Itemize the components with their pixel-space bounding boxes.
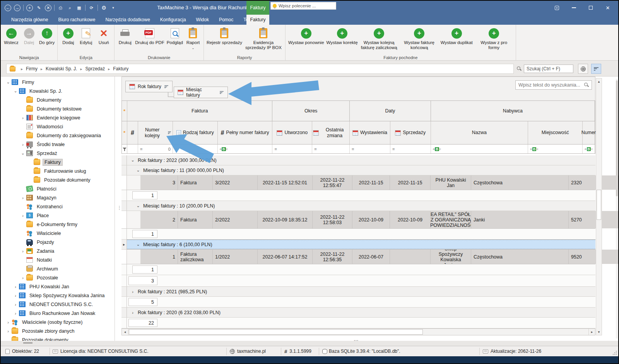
tree-item-magazyn[interactable]: ›Magazyn	[1, 193, 115, 202]
chevron-collapsed-icon[interactable]: ›	[12, 311, 19, 316]
column-header-numer-kolejny[interactable]: Numer kolejny	[138, 121, 173, 144]
breadcrumb-item-3[interactable]: Sprzedaż	[85, 66, 105, 71]
column-header-ostatnia-zmiana[interactable]: Ostatnia zmiana	[312, 121, 350, 144]
preview-icon[interactable]: ⌕	[67, 5, 73, 11]
back-icon[interactable]: ←	[5, 5, 11, 11]
column-header-nazwa[interactable]: Nazwa	[431, 121, 528, 144]
filter-cell-5[interactable]: =	[312, 145, 350, 153]
edit-icon[interactable]: ✎	[36, 5, 42, 11]
breadcrumb-item-4[interactable]: Faktury	[113, 66, 128, 71]
ribbon-button-ewidencja-sprzedaży-ip-box[interactable]: Ewidencja sprzedaży IP BOX	[243, 27, 284, 50]
ribbon-button-rejestr-sprzedaży[interactable]: Rejestr sprzedaży	[205, 27, 243, 45]
tree-item-phu-kowalski-jan[interactable]: ›PHU Kowalski Jan	[1, 282, 115, 291]
group-row-2021[interactable]: ›Rok faktury : 2021 (985,25 PLN)	[121, 287, 595, 297]
group-row-10[interactable]: ⌄Miesiąc faktury : 10 (200,00 PLN)	[121, 201, 595, 211]
chevron-collapsed-icon[interactable]: ›	[12, 293, 19, 298]
filter-cell-2[interactable]: =	[173, 145, 218, 153]
chevron-collapsed-icon[interactable]: ›	[5, 320, 12, 325]
chevron-expanded-icon[interactable]: ⌄	[135, 203, 141, 208]
cell-utworzono[interactable]: 2022-11-22 12:58:03	[313, 211, 352, 228]
splitter-handle[interactable]: ⋮	[117, 207, 120, 209]
group-row-2020[interactable]: ›Rok faktury : 2020 (6 232 038,00 PLN)	[121, 308, 595, 318]
cell-rodzaj-faktury[interactable]: 2/2022	[213, 211, 258, 228]
cell-sprzedaży[interactable]: "IKEA RETAIL" SPÓŁKA Z OGRANICZONĄ ODPOW…	[431, 211, 471, 228]
cell-rodzaj-faktury[interactable]: 1/2022	[213, 250, 258, 264]
ribbon-button-wystaw-ponownie[interactable]: +Wystaw ponownie	[287, 27, 325, 45]
cell-#[interactable]: 2	[141, 211, 178, 228]
filter-cell-4[interactable]: =	[272, 145, 312, 153]
tree-item-biuro-rachunkowe-jan-nowak[interactable]: ›Biuro Rachunkowe Jan Nowak	[1, 309, 115, 318]
cell-miejscowość[interactable]: 9520	[569, 250, 619, 264]
menu-tab-4[interactable]: Konfiguracja	[155, 15, 191, 25]
column-header-sprzedaży[interactable]: Sprzedaży	[390, 121, 431, 144]
chevron-collapsed-icon[interactable]: ›	[19, 213, 26, 218]
ribbon-button-drukuj-do-pdf[interactable]: Drukuj do PDF	[134, 27, 165, 45]
cell-ostatnia-zmiana[interactable]: 2022-11-15	[352, 175, 390, 190]
chevron-expanded-icon[interactable]: ⌄	[135, 168, 141, 173]
menu-tab-1[interactable]: Narzędzia główne	[6, 15, 53, 25]
cell-nazwa[interactable]: Częstochowa	[471, 175, 569, 190]
ribbon-button-wstecz[interactable]: ←Wstecz	[2, 27, 20, 45]
menu-tab-6[interactable]: Pomoc	[214, 15, 238, 25]
scroll-down-icon[interactable]: ▼	[596, 329, 602, 335]
tree-item-ewidencje-księgowe[interactable]: ›Ewidencje księgowe	[1, 113, 115, 122]
band-faktura[interactable]: Faktura	[127, 101, 272, 121]
command-input[interactable]: Wpisz polecenie ...	[270, 2, 336, 10]
chevron-collapsed-icon[interactable]: ›	[19, 276, 26, 280]
scroll-up-icon[interactable]: ▲	[596, 78, 602, 85]
filter-cell-8[interactable]: aBc	[431, 145, 528, 153]
cell-pełny-numer-faktury[interactable]: 2022-06-07 14:17:52	[258, 250, 313, 264]
tree-item-pozostałe[interactable]: ›Pozostałe	[1, 273, 115, 282]
column-header-#[interactable]: #	[127, 121, 138, 144]
tree-item-właściciele-(osoby-fizyczne)[interactable]: ›Właściciele (osoby fizyczne)	[1, 318, 115, 327]
tree-item-firmy[interactable]: ⌄Firmy	[1, 78, 115, 87]
group-row-11[interactable]: ⌄Miesiąc faktury : 11 (300 000,00 PLN)	[121, 165, 595, 175]
hscroll-thumb[interactable]	[129, 329, 423, 335]
tree-item-neonet-consulting-s-c-[interactable]: ›NEONET CONSULTING S.C.	[1, 300, 115, 309]
cell-pełny-numer-faktury[interactable]: 2022-11-15 12:52:01	[258, 175, 313, 190]
data-row[interactable]: 2Faktura2/20222022-10-09 18:35:122022-11…	[121, 211, 595, 229]
ribbon-button-drukuj[interactable]: Drukuj	[116, 27, 134, 45]
chevron-collapsed-icon[interactable]: ›	[130, 289, 135, 294]
column-header-numer[interactable]: Numer	[583, 121, 595, 144]
column-header-rodzaj-faktury[interactable]: Rodzaj faktury	[173, 121, 218, 144]
ribbon-button-wystaw-fakturę-końcową[interactable]: +Wystaw fakturę końcową	[399, 27, 439, 50]
column-header-wystawienia[interactable]: Wystawienia	[350, 121, 390, 144]
grid-view-button[interactable]	[578, 64, 588, 74]
tree-item-sprzedaż[interactable]: ⌄Sprzedaż	[1, 149, 115, 158]
band-okres[interactable]: Okres	[272, 101, 350, 121]
settings-icon[interactable]: ⚙	[101, 5, 107, 11]
filter-cell-9[interactable]: aBc	[528, 145, 583, 153]
data-row[interactable]: 3Faktura3/20222022-11-15 12:52:012022-11…	[121, 175, 595, 190]
tree-item-fakturowanie-usług[interactable]: Fakturowanie usług	[1, 167, 115, 175]
chevron-expanded-icon[interactable]: ⌄	[5, 80, 12, 85]
resize-grip[interactable]	[612, 350, 617, 355]
column-header-utworzono[interactable]: Utworzono	[272, 121, 312, 144]
grid-search-input[interactable]: Wpisz tekst do wyszukania...	[515, 80, 592, 90]
menu-tab-3[interactable]: Narzędzia dodatkowe	[100, 15, 155, 25]
chevron-collapsed-icon[interactable]: ›	[12, 302, 19, 307]
tree-item-notatki[interactable]: Notatki	[1, 255, 115, 264]
chevron-expanded-icon[interactable]: ⌄	[135, 242, 141, 247]
tree-item-e-dokumenty-firmy[interactable]: e-Dokumenty firmy	[1, 220, 115, 229]
column-header-pełny-numer-faktury[interactable]: #Pełny numer faktury	[218, 121, 273, 144]
cell-nazwa[interactable]: Częstochowa	[471, 250, 569, 264]
filter-cell-7[interactable]: =	[390, 145, 431, 153]
scroll-right-icon[interactable]: ▸	[588, 329, 595, 335]
band-nabywca[interactable]: Nabywca	[431, 101, 595, 121]
cell-miejscowość[interactable]: 2320	[569, 175, 619, 190]
horizontal-scrollbar[interactable]: ◂ ▸	[121, 328, 595, 335]
chevron-collapsed-icon[interactable]: ›	[19, 249, 26, 253]
header-document-tab[interactable]: Faktury	[246, 1, 269, 15]
ribbon-button-dodaj[interactable]: +Dodaj	[59, 27, 77, 45]
cell-ostatnia-zmiana[interactable]: 2022-10-09	[352, 211, 390, 228]
tree-item-dokumenty-do-zaksięgowania[interactable]: Dokumenty do zaksięgowania	[1, 131, 115, 140]
breadcrumb-item-2[interactable]: Kowalski Sp. J.	[46, 66, 77, 71]
global-search-input[interactable]: Szukaj (Ctrl + F)	[524, 65, 573, 73]
ribbon-button-usuń[interactable]: ✕Usuń	[95, 27, 113, 45]
close-button[interactable]: ✕	[600, 2, 615, 13]
group-chip-miesiac-faktury[interactable]: Miesiąc faktury	[174, 87, 228, 98]
cell-#[interactable]: 3	[141, 175, 178, 190]
filter-cell-0[interactable]	[127, 145, 138, 153]
cell-utworzono[interactable]: 2022-11-22 12:56:35	[313, 250, 352, 264]
